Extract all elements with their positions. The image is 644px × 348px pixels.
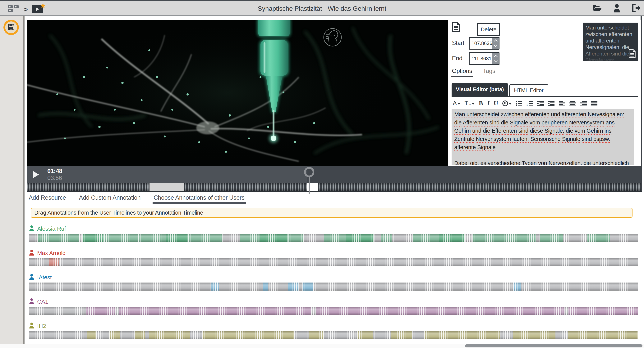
user-name[interactable]: CA1: [37, 298, 48, 305]
word: Nervesignalen:: [588, 111, 624, 117]
start-spinner[interactable]: [492, 38, 499, 49]
annotation-segment[interactable]: [240, 234, 260, 242]
annotation-segment[interactable]: [87, 331, 96, 339]
tab-visual-editor[interactable]: Visual Editor (beta): [452, 83, 508, 96]
tab-add-resource[interactable]: Add Resource: [29, 194, 66, 204]
annotation-segment[interactable]: [86, 307, 116, 315]
user-timeline[interactable]: [29, 283, 638, 291]
annotation-segment[interactable]: [109, 331, 120, 339]
tab-add-custom-annotation[interactable]: Add Custom Annotation: [79, 194, 141, 204]
annotation-segment[interactable]: [149, 331, 190, 339]
user-name[interactable]: IH2: [37, 323, 46, 329]
user-timeline[interactable]: [29, 234, 638, 242]
word: Man: [454, 111, 465, 117]
play-button[interactable]: [32, 171, 40, 178]
annotation-segment[interactable]: [263, 283, 268, 291]
spinner-up-icon[interactable]: [494, 55, 498, 59]
annotation-segment[interactable]: [82, 234, 104, 242]
annotation-text-editor[interactable]: Man unterscheidet zwischen efferenten un…: [452, 109, 634, 165]
word: Signale,: [544, 128, 564, 134]
annotation-segment[interactable]: [346, 234, 374, 242]
bullet-list-button[interactable]: [516, 101, 522, 106]
word: Nervenzellen,: [548, 160, 582, 165]
other-annotation[interactable]: [150, 183, 184, 191]
annotation-segment[interactable]: [424, 331, 501, 339]
annotation-segment[interactable]: [202, 331, 294, 339]
delete-button[interactable]: Delete: [477, 23, 500, 36]
annotation-segment[interactable]: [38, 234, 79, 242]
timeline-texture: [29, 283, 638, 291]
annotation-segment[interactable]: [391, 331, 412, 339]
annotation-segment[interactable]: [188, 234, 222, 242]
font-size-dropdown[interactable]: T↕: [464, 100, 474, 107]
bold-button[interactable]: B: [479, 100, 483, 107]
font-color-dropdown[interactable]: A: [453, 100, 460, 107]
annotation-segment[interactable]: [513, 283, 520, 291]
annotation-ruler[interactable]: [27, 183, 642, 192]
annotation-segment[interactable]: [260, 234, 288, 242]
playhead-handle[interactable]: [304, 167, 314, 177]
annotation-segment[interactable]: [324, 234, 346, 242]
underline-button[interactable]: U: [494, 100, 498, 107]
indent-button[interactable]: [537, 101, 544, 106]
annotation-segment[interactable]: [135, 331, 145, 339]
user-timeline[interactable]: [29, 258, 638, 266]
annotation-segment[interactable]: [166, 234, 188, 242]
outdent-button[interactable]: [548, 101, 554, 106]
align-center-button[interactable]: [570, 101, 576, 106]
sign-out-icon[interactable]: [631, 4, 640, 12]
annotation-segment[interactable]: [357, 331, 372, 339]
align-right-button[interactable]: [580, 101, 587, 106]
end-spinner[interactable]: [492, 53, 499, 64]
annotation-segment[interactable]: [413, 234, 439, 242]
annotation-segment[interactable]: [211, 283, 219, 291]
annotation-segment[interactable]: [513, 331, 556, 339]
save-button[interactable]: [4, 20, 19, 35]
italic-button[interactable]: I: [487, 100, 489, 107]
annotation-segment[interactable]: [439, 234, 465, 242]
annotation-segment[interactable]: [308, 331, 324, 339]
annotation-segment[interactable]: [49, 258, 59, 266]
tab-choose-annotations[interactable]: Choose Annotations of other Users: [154, 194, 244, 204]
annotation-segment[interactable]: [472, 234, 510, 242]
annotation-segment[interactable]: [510, 234, 536, 242]
annotation-segment[interactable]: [104, 234, 138, 242]
annotation-segment[interactable]: [288, 234, 304, 242]
justify-button[interactable]: [591, 101, 598, 106]
spinner-up-icon[interactable]: [494, 39, 498, 43]
numbered-list-button[interactable]: 123: [526, 101, 533, 106]
user-name[interactable]: Max Arnold: [37, 250, 66, 256]
tab-tags[interactable]: Tags: [483, 68, 495, 77]
align-left-button[interactable]: [559, 101, 565, 106]
spinner-down-icon[interactable]: [494, 43, 498, 47]
spinner-down-icon[interactable]: [494, 59, 498, 62]
annotation-segment[interactable]: [119, 307, 311, 315]
annotation-segment[interactable]: [288, 283, 300, 291]
annotation-segment[interactable]: [587, 234, 610, 242]
annotation-segment[interactable]: [568, 307, 638, 315]
user-timeline[interactable]: [29, 307, 638, 315]
annotation-segment[interactable]: [302, 283, 313, 291]
word: von: [538, 160, 547, 165]
video-player[interactable]: [27, 20, 448, 166]
end-input[interactable]: [470, 53, 493, 64]
person-icon: [29, 298, 34, 306]
annotation-segment[interactable]: [138, 234, 166, 242]
annotation-segment[interactable]: [316, 307, 564, 315]
person-icon: [29, 274, 34, 281]
horizontal-scrollbar-thumb[interactable]: [465, 344, 642, 348]
start-input[interactable]: [470, 38, 493, 49]
word: die: [566, 128, 573, 134]
annotation-segment[interactable]: [381, 234, 392, 242]
user-name[interactable]: IAtest: [37, 274, 52, 281]
tab-options[interactable]: Options: [452, 68, 472, 77]
user-timeline[interactable]: [29, 331, 638, 339]
user-name[interactable]: Alessia Ruf: [37, 225, 66, 232]
horizontal-scrollbar-track[interactable]: [0, 344, 644, 348]
annotation-segment[interactable]: [568, 331, 638, 339]
user-icon[interactable]: [612, 4, 621, 12]
open-folder-icon[interactable]: [593, 4, 602, 12]
annotation-segment[interactable]: [540, 234, 563, 242]
tab-html-editor[interactable]: HTML Editor: [509, 84, 548, 96]
insert-symbol-dropdown[interactable]: [502, 101, 512, 106]
